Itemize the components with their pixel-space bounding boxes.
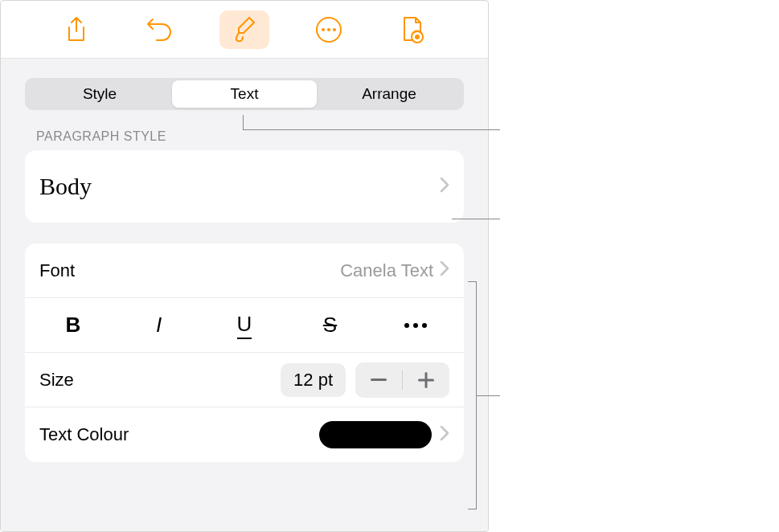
text-more-button[interactable] [383, 308, 448, 343]
bold-glyph: B [66, 313, 81, 338]
tab-style[interactable]: Style [27, 80, 172, 108]
tab-arrange[interactable]: Arrange [317, 80, 461, 108]
more-icon [404, 323, 427, 328]
size-stepper [355, 362, 449, 398]
text-colour-label: Text Colour [39, 424, 129, 445]
document-options-icon [401, 16, 424, 43]
undo-button[interactable] [135, 10, 185, 49]
chevron-right-icon [440, 177, 449, 197]
tab-text[interactable]: Text [172, 80, 317, 108]
size-decrease-button[interactable] [355, 362, 402, 398]
paragraph-style-row[interactable]: Body [25, 150, 464, 223]
size-increase-button[interactable] [403, 362, 449, 398]
plus-icon [418, 372, 434, 388]
svg-point-2 [327, 28, 330, 31]
chevron-right-icon [440, 425, 449, 445]
top-toolbar [1, 1, 488, 59]
text-colour-swatch[interactable] [319, 421, 432, 448]
share-button[interactable] [51, 10, 101, 49]
tab-label: Arrange [362, 85, 416, 103]
tab-label: Style [83, 85, 117, 103]
undo-icon [146, 18, 174, 42]
format-panel: Style Text Arrange PARAGRAPH STYLE Body [0, 0, 489, 532]
minus-icon [371, 379, 387, 382]
svg-point-5 [415, 35, 420, 39]
format-brush-button[interactable] [219, 10, 269, 49]
size-value[interactable]: 12 pt [281, 363, 346, 397]
strikethrough-glyph: S [323, 313, 337, 338]
more-icon [315, 16, 342, 43]
text-format-card: Font Canela Text B I U S [25, 243, 464, 462]
format-brush-icon [232, 16, 256, 43]
strikethrough-button[interactable]: S [298, 308, 363, 343]
size-label: Size [39, 370, 74, 391]
panel-content: Style Text Arrange PARAGRAPH STYLE Body [1, 59, 488, 531]
chevron-right-icon [440, 260, 449, 280]
tab-label: Text [231, 85, 259, 103]
size-row: Size 12 pt [25, 353, 464, 407]
svg-rect-8 [425, 372, 428, 388]
svg-point-1 [322, 28, 325, 31]
paragraph-style-card: Body [25, 150, 464, 223]
underline-button[interactable]: U [212, 308, 277, 343]
font-label: Font [39, 260, 75, 281]
share-icon [66, 17, 87, 43]
toolbar-more-button[interactable] [304, 10, 354, 49]
italic-glyph: I [156, 313, 162, 338]
svg-rect-6 [371, 379, 387, 381]
svg-point-3 [333, 28, 336, 31]
font-value: Canela Text [340, 260, 433, 281]
italic-button[interactable]: I [127, 308, 191, 343]
paragraph-style-value: Body [39, 173, 92, 200]
bold-button[interactable]: B [41, 308, 105, 343]
document-options-button[interactable] [387, 10, 437, 49]
underline-glyph: U [237, 312, 252, 339]
paragraph-style-section-label: PARAGRAPH STYLE [36, 129, 464, 144]
text-colour-row[interactable]: Text Colour [25, 407, 464, 462]
font-row[interactable]: Font Canela Text [25, 243, 464, 298]
font-style-row: B I U S [25, 298, 464, 353]
format-tabs: Style Text Arrange [25, 78, 464, 110]
